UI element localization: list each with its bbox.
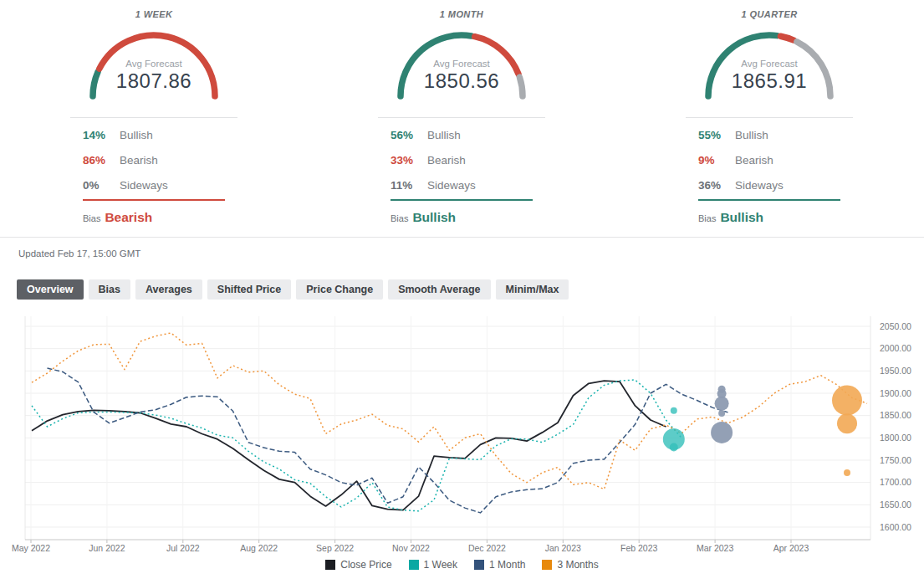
legend-item-3-months[interactable]: 3 Months	[542, 559, 598, 571]
bias-underline	[391, 199, 533, 201]
forecast-card-1-quarter: 1 QUARTER Avg Forecast 1865.91 55% Bulli…	[615, 7, 923, 225]
stat-row-bearish: 9% Bearish	[686, 147, 853, 172]
bias-value: Bullish	[412, 210, 456, 225]
legend-swatch-icon	[542, 560, 552, 570]
updated-timestamp: Updated Feb 17, 15:00 GMT	[18, 248, 140, 259]
section-divider	[0, 237, 924, 238]
legend-swatch-icon	[474, 560, 484, 570]
bullish-label: Bullish	[735, 129, 768, 141]
x-axis-tick-label: Feb 2023	[620, 543, 658, 553]
sentiment-stats: 56% Bullish 33% Bearish 11% Sideways Bia…	[378, 117, 545, 225]
bubble-1-month-forecasts	[715, 397, 729, 411]
y-axis-tick-label: 1950.00	[880, 366, 911, 376]
series-close-price	[32, 381, 666, 510]
avg-forecast-label: Avg Forecast	[70, 59, 237, 69]
x-axis-tick-label: Aug 2022	[240, 543, 278, 553]
tab-shifted-price[interactable]: Shifted Price	[207, 279, 291, 300]
stat-row-bullish: 55% Bullish	[686, 122, 853, 147]
series-3-months	[32, 333, 867, 489]
legend-item-1-week[interactable]: 1 Week	[409, 559, 457, 571]
y-axis-tick-label: 1650.00	[880, 499, 911, 510]
gauge-1-quarter: Avg Forecast 1865.91	[686, 28, 853, 100]
tab-averages[interactable]: Averages	[135, 279, 202, 300]
tab-smooth-average[interactable]: Smooth Average	[388, 279, 490, 300]
bias-label: Bias	[698, 213, 716, 223]
bullish-label: Bullish	[120, 129, 153, 141]
bubble-3-months-forecasts	[837, 413, 857, 433]
forecast-poll-widget: 1 WEEK Avg Forecast 1807.86 14% Bullish …	[0, 0, 924, 584]
stat-row-bearish: 33% Bearish	[378, 147, 545, 172]
bearish-label: Bearish	[120, 154, 158, 166]
bias-row: Bias Bullish	[686, 210, 865, 225]
bullish-percent: 55%	[698, 129, 735, 141]
chart-tabs: Overview Bias Averages Shifted Price Pri…	[17, 279, 569, 300]
y-axis-tick-label: 2050.00	[880, 321, 911, 331]
sideways-label: Sideways	[120, 179, 168, 192]
card-period-title: 1 WEEK	[135, 9, 173, 21]
x-axis-tick-label: Nov 2022	[392, 543, 430, 553]
bearish-percent: 86%	[83, 154, 120, 166]
bubble-1-month-forecasts	[718, 410, 725, 417]
series-1-week	[32, 380, 682, 511]
tab-price-change[interactable]: Price Change	[296, 279, 383, 300]
x-axis-tick-label: Sep 2022	[316, 543, 354, 553]
bullish-percent: 14%	[83, 129, 120, 141]
card-period-title: 1 MONTH	[440, 9, 483, 21]
y-axis-tick-label: 1750.00	[880, 455, 911, 465]
bias-label: Bias	[83, 213, 100, 223]
forecast-line-chart[interactable]: 2050.002000.001950.001900.001850.001800.…	[0, 308, 924, 556]
tab-bias[interactable]: Bias	[89, 279, 130, 300]
gauge-1-week: Avg Forecast 1807.86	[70, 28, 237, 100]
bubble-1-week-forecasts	[671, 407, 677, 414]
stat-row-sideways: 0% Sideways	[70, 172, 237, 197]
card-period-title: 1 QUARTER	[742, 9, 798, 21]
x-axis-tick-label: Apr 2023	[773, 543, 809, 553]
x-axis-tick-label: May 2022	[12, 543, 50, 553]
forecast-card-1-week: 1 WEEK Avg Forecast 1807.86 14% Bullish …	[0, 7, 308, 225]
bias-row: Bias Bullish	[378, 210, 558, 225]
chart-legend: Close Price1 Week1 Month3 Months	[0, 559, 924, 571]
bullish-label: Bullish	[427, 129, 461, 141]
forecast-card-1-month: 1 MONTH Avg Forecast 1850.56 56% Bullish…	[308, 7, 615, 225]
y-axis-tick-label: 1600.00	[880, 522, 911, 532]
stat-row-bullish: 56% Bullish	[378, 122, 545, 147]
x-axis-tick-label: Jun 2022	[89, 543, 125, 553]
sideways-label: Sideways	[735, 179, 784, 192]
legend-item-close-price[interactable]: Close Price	[325, 559, 391, 571]
y-axis-tick-label: 1700.00	[880, 477, 911, 487]
bearish-label: Bearish	[427, 154, 466, 166]
legend-label: 1 Week	[424, 559, 457, 571]
sideways-percent: 36%	[698, 179, 735, 192]
legend-label: 3 Months	[557, 559, 598, 571]
bias-value: Bullish	[720, 210, 763, 225]
x-axis-tick-label: Mar 2023	[697, 543, 734, 553]
bubble-3-months-forecasts	[832, 386, 862, 416]
sideways-label: Sideways	[427, 179, 476, 192]
bearish-percent: 33%	[391, 154, 427, 166]
bubble-3-months-forecasts	[844, 469, 850, 476]
bearish-percent: 9%	[698, 154, 735, 166]
x-axis-tick-label: Dec 2022	[468, 543, 506, 553]
legend-label: Close Price	[340, 559, 391, 571]
bubble-1-week-forecasts	[670, 443, 678, 452]
bias-underline	[83, 199, 225, 201]
legend-item-1-month[interactable]: 1 Month	[474, 559, 525, 571]
stat-row-bullish: 14% Bullish	[70, 122, 237, 147]
sideways-percent: 0%	[83, 179, 120, 192]
legend-swatch-icon	[409, 560, 419, 570]
legend-label: 1 Month	[489, 559, 525, 571]
bias-label: Bias	[391, 213, 408, 223]
tab-overview[interactable]: Overview	[17, 279, 84, 300]
sentiment-stats: 55% Bullish 9% Bearish 36% Sideways Bias…	[686, 117, 853, 225]
x-axis-tick-label: Jan 2023	[545, 543, 581, 553]
bias-value: Bearish	[105, 210, 152, 225]
bullish-percent: 56%	[391, 129, 427, 141]
stat-row-bearish: 86% Bearish	[70, 147, 237, 172]
y-axis-tick-label: 2000.00	[880, 343, 911, 353]
bias-underline	[698, 199, 840, 201]
y-axis-tick-label: 1900.00	[880, 388, 911, 398]
avg-forecast-label: Avg Forecast	[378, 59, 545, 69]
sideways-percent: 11%	[391, 179, 427, 192]
x-axis-tick-label: Jul 2022	[166, 543, 200, 553]
tab-minim-max[interactable]: Minim/Max	[496, 279, 569, 300]
